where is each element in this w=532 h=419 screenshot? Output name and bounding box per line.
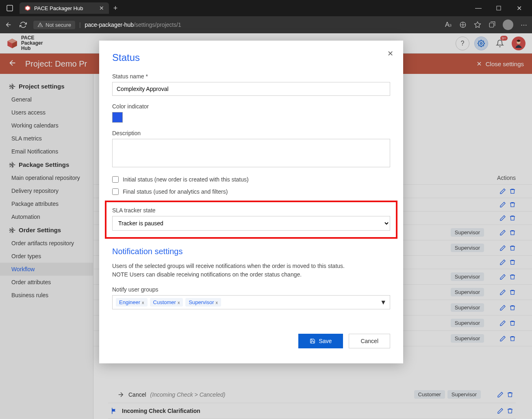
- chip-remove-icon[interactable]: x: [178, 300, 180, 305]
- initial-status-checkbox[interactable]: [112, 176, 119, 183]
- final-status-checkbox[interactable]: [112, 188, 119, 195]
- initial-status-label: Initial status (new order is created wit…: [123, 176, 249, 183]
- favicon-icon: [24, 5, 31, 11]
- new-tab-icon[interactable]: +: [109, 2, 122, 15]
- address-bar[interactable]: Not secure | pace-packager-hub/settings/…: [33, 21, 439, 29]
- notification-title: Notification settings: [112, 247, 390, 256]
- not-secure-text: Not secure: [46, 22, 71, 28]
- browser-nav-bar: Not secure | pace-packager-hub/settings/…: [0, 16, 532, 33]
- svg-rect-0: [7, 5, 13, 11]
- tab-title: PACE Packager Hub: [34, 5, 83, 11]
- status-name-label: Status name *: [112, 73, 390, 80]
- browser-tab[interactable]: PACE Packager Hub ✕: [20, 2, 109, 14]
- color-swatch[interactable]: [112, 112, 123, 123]
- favorite-icon[interactable]: [473, 21, 482, 29]
- sla-label: SLA tracker state: [112, 207, 390, 214]
- save-label: Save: [319, 338, 332, 344]
- save-icon: [310, 338, 315, 344]
- window-close-icon[interactable]: ✕: [512, 2, 525, 15]
- window-minimize-icon[interactable]: —: [472, 2, 485, 15]
- status-name-input[interactable]: [112, 82, 390, 96]
- chip-remove-icon[interactable]: x: [216, 300, 218, 305]
- notification-text: Users of the selected groups will receiv…: [112, 262, 390, 279]
- modal-close-button[interactable]: ✕: [385, 49, 395, 58]
- group-chip[interactable]: Customer x: [150, 298, 183, 307]
- tab-overview-icon[interactable]: [3, 2, 16, 15]
- status-modal: ✕ Status Status name * Color indicator D…: [99, 41, 403, 363]
- svg-rect-3: [497, 6, 501, 10]
- warning-icon: [37, 22, 43, 28]
- more-icon[interactable]: ⋯: [520, 21, 528, 29]
- svg-rect-5: [489, 23, 494, 28]
- modal-title: Status: [112, 52, 390, 63]
- browser-tab-bar: PACE Packager Hub ✕ + — ✕: [0, 0, 532, 16]
- tab-close-icon[interactable]: ✕: [99, 5, 104, 11]
- refresh-icon[interactable]: [19, 20, 28, 29]
- collections-icon[interactable]: [488, 21, 496, 29]
- chip-remove-icon[interactable]: x: [142, 300, 144, 305]
- url-path: /settings/projects/1: [134, 22, 181, 28]
- color-label: Color indicator: [112, 103, 390, 110]
- notify-groups-select[interactable]: Engineer xCustomer xSupervisor x▼: [112, 295, 390, 309]
- chevron-down-icon: ▼: [380, 299, 387, 306]
- notify-groups-label: Notify user groups: [112, 286, 390, 293]
- sla-highlight: SLA tracker state Tracker is paused: [105, 201, 397, 239]
- window-maximize-icon[interactable]: [492, 2, 505, 15]
- final-status-label: Final status (used for analytics and fil…: [123, 188, 228, 195]
- description-input[interactable]: [112, 139, 390, 167]
- cancel-button[interactable]: Cancel: [349, 334, 390, 348]
- group-chip[interactable]: Engineer x: [116, 298, 148, 307]
- browser-profile-icon[interactable]: [503, 19, 513, 30]
- save-button[interactable]: Save: [298, 334, 343, 348]
- read-aloud-icon[interactable]: A)): [444, 21, 452, 29]
- security-badge: Not secure: [33, 21, 75, 29]
- back-icon[interactable]: [4, 20, 13, 29]
- sla-select[interactable]: Tracker is paused: [112, 216, 390, 231]
- tracking-icon[interactable]: [459, 21, 467, 29]
- description-label: Description: [112, 130, 390, 136]
- group-chip[interactable]: Supervisor x: [185, 298, 221, 307]
- url-host: pace-packager-hub: [85, 22, 134, 28]
